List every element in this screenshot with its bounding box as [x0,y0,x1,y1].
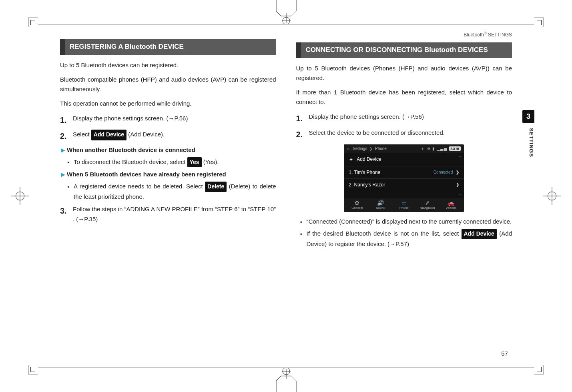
wifi-icon: ᯤ [421,146,425,151]
device-row: 1. Tim's Phone Connected ❯ [344,166,464,179]
step-item: 1. Display the phone settings screen. (→… [60,113,276,127]
spine-mark-bottom [272,368,300,392]
tab-phone: ▭Phone [392,200,415,210]
body-text: Up to 5 Bluetooth devices can be registe… [60,60,276,70]
step-text: Display the phone settings screen. (→P.5… [309,112,424,125]
trim-line-top [38,24,534,24]
bullet-item: “Connected (Connected)” is displayed nex… [307,217,512,226]
device-screenshot: ⌂ Settings ❯ Phone ᯤ ✵ ▮ ▁▃▅ sxm ︿ ＋Add … [344,144,464,212]
step-number: 2. [60,129,69,143]
tab-label: General [351,206,363,210]
button-pill-yes: Yes [187,157,202,167]
chevron-right-icon: ❯ [456,182,459,187]
connected-label: Connected [434,170,453,174]
button-pill-delete: Delete [205,182,227,192]
section-heading-connecting: CONNECTING OR DISCONNECTING Bluetooth DE… [296,42,512,58]
text-fragment: (Add Device). [128,131,165,138]
plus-icon: ＋ [349,156,353,162]
device-name: 2. Nancy's Razor [349,182,385,188]
step-item: 3. Follow the steps in “ADDING A NEW PRO… [60,204,276,224]
running-head-sup: ® [484,31,487,35]
tab-label: Phone [399,206,409,210]
step-text: Select Add Device (Add Device). [73,129,165,143]
sxm-badge: sxm [449,146,461,151]
chapter-side-tab: 3 SETTINGS [522,110,534,157]
screenshot-bottom-tabs: ✿General 🔊Sound ▭Phone ⇗Navigation 🚗Vehi… [344,198,464,212]
substep-heading: ▶When another Bluetooth device is connec… [61,145,276,155]
scroll-down-icon: ﹀ [459,192,462,198]
tab-label: Vehicle [446,206,456,210]
breadcrumb-current: Phone [375,146,387,151]
tab-navigation: ⇗Navigation [415,200,439,210]
chapter-label: SETTINGS [522,128,534,157]
triangle-bullet-icon: ▶ [61,147,65,153]
registration-mark-left [11,187,29,205]
add-device-label: Add Device [357,156,381,162]
step-number: 3. [60,204,69,224]
bullet-item: To disconnect the Bluetooth device, sele… [74,157,276,167]
tab-sound: 🔊Sound [369,200,392,210]
screenshot-topbar: ⌂ Settings ❯ Phone ᯤ ✵ ▮ ▁▃▅ sxm [344,144,464,153]
step-number: 2. [296,128,305,141]
step-item: 2. Select the device to be connected or … [296,128,512,141]
bluetooth-icon: ✵ [427,146,431,151]
text-fragment: Select [73,131,91,138]
step-item: 1. Display the phone settings screen. (→… [296,112,512,125]
section-heading-registering: REGISTERING A Bluetooth DEVICE [60,39,276,55]
device-row-empty [344,191,464,198]
vehicle-icon: 🚗 [439,200,462,206]
chevron-right-icon: ❯ [369,147,373,151]
body-text: This operation cannot be performed while… [60,99,276,108]
chapter-number: 3 [522,110,534,123]
running-head: Bluetooth® SETTINGS [296,31,512,38]
text-fragment: (Yes). [203,158,219,165]
tab-general: ✿General [345,200,369,210]
running-head-prefix: Bluetooth [464,32,484,38]
crop-mark-tr-inner [537,20,542,25]
button-pill-add-device: Add Device [462,229,497,239]
registration-mark-right [543,187,561,205]
device-row: 2. Nancy's Razor ❯ [344,179,464,191]
device-list: ︿ ＋Add Device 1. Tim's Phone Connected ❯… [344,153,464,198]
crop-mark-tl-inner [30,20,35,25]
bullet-item: If the desired Bluetooth device is not o… [307,229,512,248]
gear-icon: ✿ [345,200,369,206]
page-number: 57 [501,350,508,357]
substep-title: When another Bluetooth device is connect… [67,146,195,153]
text-fragment: A registered device needs to be deleted.… [74,183,205,190]
chevron-right-icon: ❯ [456,170,459,174]
breadcrumb: Settings ❯ Phone [353,146,418,151]
battery-icon: ▮ [432,146,435,151]
button-pill-add-device: Add Device [91,130,126,140]
step-text: Follow the steps in “ADDING A NEW PROFIL… [73,204,276,224]
tab-label: Sound [376,206,385,210]
add-device-row: ＋Add Device [344,153,464,166]
signal-icon: ▁▃▅ [437,146,448,151]
substep-title: When 5 Bluetooth devices have already be… [67,171,226,178]
crop-mark-bl-inner [30,367,35,372]
text-fragment: To disconnect the Bluetooth device, sele… [74,158,187,165]
left-column: REGISTERING A Bluetooth DEVICE Up to 5 B… [60,31,276,361]
step-number: 1. [296,112,305,125]
crop-mark-br-inner [537,367,542,372]
phone-icon: ▭ [392,200,415,206]
step-text: Display the phone settings screen. (→P.5… [73,113,188,127]
triangle-bullet-icon: ▶ [61,171,65,178]
step-number: 1. [60,113,69,127]
step-text: Select the device to be connected or dis… [309,128,445,141]
bullet-item: A registered device needs to be deleted.… [74,182,276,201]
substep-heading: ▶When 5 Bluetooth devices have already b… [61,170,276,179]
navigation-icon: ⇗ [415,200,439,206]
body-text: Up to 5 Bluetooth devices (Phones (HFP) … [296,64,512,83]
device-name: 1. Tim's Phone [349,170,380,175]
speaker-icon: 🔊 [369,200,392,206]
step-item: 2. Select Add Device (Add Device). [60,129,276,143]
home-icon: ⌂ [347,146,349,151]
status-icons: ᯤ ✵ ▮ ▁▃▅ sxm [421,146,461,151]
text-fragment: If the desired Bluetooth device is not o… [307,230,462,237]
scroll-up-icon: ︿ [459,154,462,159]
body-text: If more than 1 Bluetooth device has been… [296,88,512,107]
body-text: Bluetooth compatible phones (HFP) and au… [60,75,276,94]
breadcrumb-prev: Settings [353,146,367,151]
running-head-suffix: SETTINGS [487,32,512,38]
